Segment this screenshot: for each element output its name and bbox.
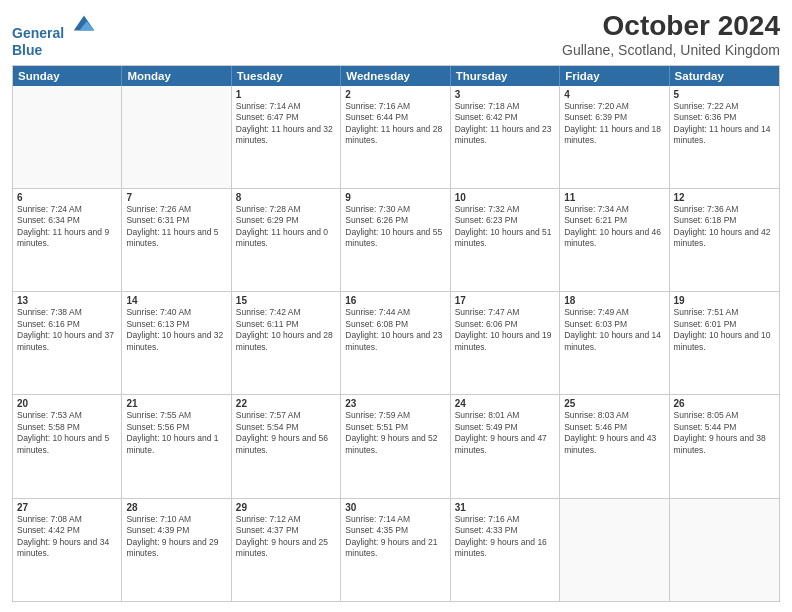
logo-blue: Blue xyxy=(12,42,42,58)
day-info: Sunrise: 7:24 AM Sunset: 6:34 PM Dayligh… xyxy=(17,204,117,250)
day-number: 17 xyxy=(455,295,555,306)
day-number: 18 xyxy=(564,295,664,306)
day-number: 3 xyxy=(455,89,555,100)
day-info: Sunrise: 7:42 AM Sunset: 6:11 PM Dayligh… xyxy=(236,307,336,353)
cal-cell: 18Sunrise: 7:49 AM Sunset: 6:03 PM Dayli… xyxy=(560,292,669,394)
cal-header-saturday: Saturday xyxy=(670,66,779,86)
day-info: Sunrise: 7:16 AM Sunset: 6:44 PM Dayligh… xyxy=(345,101,445,147)
day-number: 7 xyxy=(126,192,226,203)
cal-cell: 21Sunrise: 7:55 AM Sunset: 5:56 PM Dayli… xyxy=(122,395,231,497)
day-info: Sunrise: 7:08 AM Sunset: 4:42 PM Dayligh… xyxy=(17,514,117,560)
day-info: Sunrise: 7:44 AM Sunset: 6:08 PM Dayligh… xyxy=(345,307,445,353)
cal-header-sunday: Sunday xyxy=(13,66,122,86)
day-number: 23 xyxy=(345,398,445,409)
day-info: Sunrise: 7:47 AM Sunset: 6:06 PM Dayligh… xyxy=(455,307,555,353)
logo-icon xyxy=(70,10,98,38)
day-number: 11 xyxy=(564,192,664,203)
day-number: 16 xyxy=(345,295,445,306)
day-number: 26 xyxy=(674,398,775,409)
cal-cell: 1Sunrise: 7:14 AM Sunset: 6:47 PM Daylig… xyxy=(232,86,341,188)
day-number: 30 xyxy=(345,502,445,513)
cal-week-1: 1Sunrise: 7:14 AM Sunset: 6:47 PM Daylig… xyxy=(13,86,779,189)
day-number: 14 xyxy=(126,295,226,306)
day-number: 5 xyxy=(674,89,775,100)
day-info: Sunrise: 7:32 AM Sunset: 6:23 PM Dayligh… xyxy=(455,204,555,250)
day-info: Sunrise: 7:16 AM Sunset: 4:33 PM Dayligh… xyxy=(455,514,555,560)
cal-cell: 8Sunrise: 7:28 AM Sunset: 6:29 PM Daylig… xyxy=(232,189,341,291)
cal-cell xyxy=(670,499,779,601)
cal-cell: 30Sunrise: 7:14 AM Sunset: 4:35 PM Dayli… xyxy=(341,499,450,601)
cal-header-wednesday: Wednesday xyxy=(341,66,450,86)
day-info: Sunrise: 7:20 AM Sunset: 6:39 PM Dayligh… xyxy=(564,101,664,147)
cal-cell: 3Sunrise: 7:18 AM Sunset: 6:42 PM Daylig… xyxy=(451,86,560,188)
day-number: 9 xyxy=(345,192,445,203)
cal-cell: 13Sunrise: 7:38 AM Sunset: 6:16 PM Dayli… xyxy=(13,292,122,394)
day-info: Sunrise: 7:40 AM Sunset: 6:13 PM Dayligh… xyxy=(126,307,226,353)
cal-cell: 22Sunrise: 7:57 AM Sunset: 5:54 PM Dayli… xyxy=(232,395,341,497)
day-info: Sunrise: 7:30 AM Sunset: 6:26 PM Dayligh… xyxy=(345,204,445,250)
day-number: 6 xyxy=(17,192,117,203)
day-number: 21 xyxy=(126,398,226,409)
day-number: 28 xyxy=(126,502,226,513)
day-info: Sunrise: 8:05 AM Sunset: 5:44 PM Dayligh… xyxy=(674,410,775,456)
calendar-body: 1Sunrise: 7:14 AM Sunset: 6:47 PM Daylig… xyxy=(13,86,779,601)
day-info: Sunrise: 7:49 AM Sunset: 6:03 PM Dayligh… xyxy=(564,307,664,353)
cal-header-monday: Monday xyxy=(122,66,231,86)
day-number: 31 xyxy=(455,502,555,513)
cal-cell: 17Sunrise: 7:47 AM Sunset: 6:06 PM Dayli… xyxy=(451,292,560,394)
main-title: October 2024 xyxy=(562,10,780,42)
cal-cell: 31Sunrise: 7:16 AM Sunset: 4:33 PM Dayli… xyxy=(451,499,560,601)
day-info: Sunrise: 7:38 AM Sunset: 6:16 PM Dayligh… xyxy=(17,307,117,353)
cal-cell: 5Sunrise: 7:22 AM Sunset: 6:36 PM Daylig… xyxy=(670,86,779,188)
day-info: Sunrise: 7:34 AM Sunset: 6:21 PM Dayligh… xyxy=(564,204,664,250)
cal-cell: 25Sunrise: 8:03 AM Sunset: 5:46 PM Dayli… xyxy=(560,395,669,497)
day-info: Sunrise: 7:53 AM Sunset: 5:58 PM Dayligh… xyxy=(17,410,117,456)
page: General Blue October 2024 Gullane, Scotl… xyxy=(0,0,792,612)
day-number: 8 xyxy=(236,192,336,203)
day-info: Sunrise: 7:55 AM Sunset: 5:56 PM Dayligh… xyxy=(126,410,226,456)
day-number: 2 xyxy=(345,89,445,100)
logo: General Blue xyxy=(12,10,98,59)
cal-week-3: 13Sunrise: 7:38 AM Sunset: 6:16 PM Dayli… xyxy=(13,292,779,395)
cal-cell: 16Sunrise: 7:44 AM Sunset: 6:08 PM Dayli… xyxy=(341,292,450,394)
day-number: 20 xyxy=(17,398,117,409)
subtitle: Gullane, Scotland, United Kingdom xyxy=(562,42,780,58)
cal-week-5: 27Sunrise: 7:08 AM Sunset: 4:42 PM Dayli… xyxy=(13,499,779,601)
logo-text: General Blue xyxy=(12,10,98,59)
day-number: 1 xyxy=(236,89,336,100)
cal-cell: 4Sunrise: 7:20 AM Sunset: 6:39 PM Daylig… xyxy=(560,86,669,188)
calendar: SundayMondayTuesdayWednesdayThursdayFrid… xyxy=(12,65,780,602)
day-info: Sunrise: 7:12 AM Sunset: 4:37 PM Dayligh… xyxy=(236,514,336,560)
cal-cell: 19Sunrise: 7:51 AM Sunset: 6:01 PM Dayli… xyxy=(670,292,779,394)
cal-cell: 27Sunrise: 7:08 AM Sunset: 4:42 PM Dayli… xyxy=(13,499,122,601)
cal-cell: 7Sunrise: 7:26 AM Sunset: 6:31 PM Daylig… xyxy=(122,189,231,291)
day-number: 29 xyxy=(236,502,336,513)
cal-cell: 26Sunrise: 8:05 AM Sunset: 5:44 PM Dayli… xyxy=(670,395,779,497)
cal-cell: 24Sunrise: 8:01 AM Sunset: 5:49 PM Dayli… xyxy=(451,395,560,497)
day-number: 4 xyxy=(564,89,664,100)
day-info: Sunrise: 8:01 AM Sunset: 5:49 PM Dayligh… xyxy=(455,410,555,456)
day-info: Sunrise: 7:22 AM Sunset: 6:36 PM Dayligh… xyxy=(674,101,775,147)
cal-cell: 12Sunrise: 7:36 AM Sunset: 6:18 PM Dayli… xyxy=(670,189,779,291)
day-number: 15 xyxy=(236,295,336,306)
day-number: 24 xyxy=(455,398,555,409)
day-info: Sunrise: 8:03 AM Sunset: 5:46 PM Dayligh… xyxy=(564,410,664,456)
day-info: Sunrise: 7:10 AM Sunset: 4:39 PM Dayligh… xyxy=(126,514,226,560)
day-info: Sunrise: 7:18 AM Sunset: 6:42 PM Dayligh… xyxy=(455,101,555,147)
cal-week-4: 20Sunrise: 7:53 AM Sunset: 5:58 PM Dayli… xyxy=(13,395,779,498)
day-info: Sunrise: 7:36 AM Sunset: 6:18 PM Dayligh… xyxy=(674,204,775,250)
day-number: 19 xyxy=(674,295,775,306)
day-number: 13 xyxy=(17,295,117,306)
cal-cell: 28Sunrise: 7:10 AM Sunset: 4:39 PM Dayli… xyxy=(122,499,231,601)
cal-cell: 20Sunrise: 7:53 AM Sunset: 5:58 PM Dayli… xyxy=(13,395,122,497)
day-info: Sunrise: 7:57 AM Sunset: 5:54 PM Dayligh… xyxy=(236,410,336,456)
day-info: Sunrise: 7:59 AM Sunset: 5:51 PM Dayligh… xyxy=(345,410,445,456)
cal-cell: 11Sunrise: 7:34 AM Sunset: 6:21 PM Dayli… xyxy=(560,189,669,291)
cal-cell: 23Sunrise: 7:59 AM Sunset: 5:51 PM Dayli… xyxy=(341,395,450,497)
cal-week-2: 6Sunrise: 7:24 AM Sunset: 6:34 PM Daylig… xyxy=(13,189,779,292)
day-info: Sunrise: 7:14 AM Sunset: 6:47 PM Dayligh… xyxy=(236,101,336,147)
header: General Blue October 2024 Gullane, Scotl… xyxy=(12,10,780,59)
cal-cell xyxy=(122,86,231,188)
day-info: Sunrise: 7:28 AM Sunset: 6:29 PM Dayligh… xyxy=(236,204,336,250)
day-info: Sunrise: 7:14 AM Sunset: 4:35 PM Dayligh… xyxy=(345,514,445,560)
